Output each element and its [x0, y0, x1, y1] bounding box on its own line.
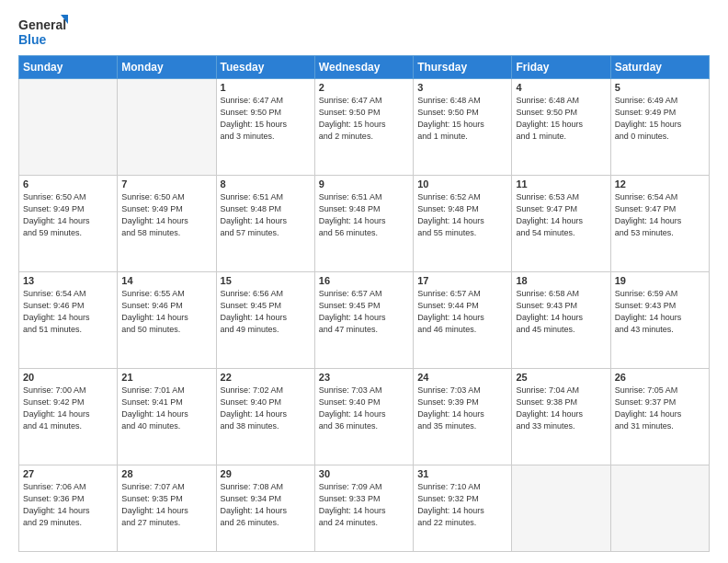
- page: GeneralBlue SundayMondayTuesdayWednesday…: [0, 0, 728, 563]
- col-header-sunday: Sunday: [19, 56, 118, 79]
- day-cell: 6Sunrise: 6:50 AM Sunset: 9:49 PM Daylig…: [19, 176, 118, 272]
- day-cell: 17Sunrise: 6:57 AM Sunset: 9:44 PM Dayli…: [414, 272, 512, 369]
- day-cell: 7Sunrise: 6:50 AM Sunset: 9:49 PM Daylig…: [118, 176, 216, 272]
- day-info: Sunrise: 6:57 AM Sunset: 9:44 PM Dayligh…: [417, 288, 507, 336]
- week-row-1: 1Sunrise: 6:47 AM Sunset: 9:50 PM Daylig…: [19, 79, 710, 176]
- day-number: 16: [319, 275, 409, 286]
- day-info: Sunrise: 6:49 AM Sunset: 9:49 PM Dayligh…: [615, 95, 705, 143]
- day-info: Sunrise: 7:10 AM Sunset: 9:32 PM Dayligh…: [417, 481, 507, 529]
- day-number: 23: [319, 372, 409, 383]
- col-header-wednesday: Wednesday: [314, 56, 413, 79]
- week-row-5: 27Sunrise: 7:06 AM Sunset: 9:36 PM Dayli…: [19, 465, 710, 552]
- day-cell: 28Sunrise: 7:07 AM Sunset: 9:35 PM Dayli…: [118, 465, 216, 552]
- day-info: Sunrise: 7:04 AM Sunset: 9:38 PM Dayligh…: [516, 385, 606, 432]
- day-number: 30: [319, 468, 409, 479]
- day-cell: 26Sunrise: 7:05 AM Sunset: 9:37 PM Dayli…: [610, 369, 709, 465]
- calendar-header-row: SundayMondayTuesdayWednesdayThursdayFrid…: [19, 56, 710, 79]
- day-cell: 29Sunrise: 7:08 AM Sunset: 9:34 PM Dayli…: [216, 465, 314, 552]
- day-cell: 5Sunrise: 6:49 AM Sunset: 9:49 PM Daylig…: [610, 79, 709, 176]
- day-number: 20: [23, 372, 113, 383]
- day-number: 28: [121, 468, 211, 479]
- day-cell: 3Sunrise: 6:48 AM Sunset: 9:50 PM Daylig…: [414, 79, 512, 176]
- day-info: Sunrise: 6:59 AM Sunset: 9:43 PM Dayligh…: [615, 288, 705, 336]
- week-row-4: 20Sunrise: 7:00 AM Sunset: 9:42 PM Dayli…: [19, 369, 710, 465]
- day-number: 1: [221, 82, 311, 93]
- svg-text:Blue: Blue: [18, 32, 47, 47]
- week-row-2: 6Sunrise: 6:50 AM Sunset: 9:49 PM Daylig…: [19, 176, 710, 272]
- day-info: Sunrise: 6:54 AM Sunset: 9:46 PM Dayligh…: [23, 288, 113, 336]
- day-number: 26: [615, 372, 705, 383]
- day-number: 29: [221, 468, 311, 479]
- day-number: 6: [23, 178, 113, 190]
- day-info: Sunrise: 7:01 AM Sunset: 9:41 PM Dayligh…: [121, 385, 211, 432]
- day-cell: 9Sunrise: 6:51 AM Sunset: 9:48 PM Daylig…: [314, 176, 413, 272]
- day-number: 11: [516, 178, 606, 190]
- day-cell: 22Sunrise: 7:02 AM Sunset: 9:40 PM Dayli…: [216, 369, 314, 465]
- day-info: Sunrise: 6:55 AM Sunset: 9:46 PM Dayligh…: [121, 288, 211, 336]
- day-number: 22: [221, 372, 311, 383]
- day-cell: 18Sunrise: 6:58 AM Sunset: 9:43 PM Dayli…: [512, 272, 610, 369]
- day-number: 12: [615, 178, 705, 190]
- day-cell: 8Sunrise: 6:51 AM Sunset: 9:48 PM Daylig…: [216, 176, 314, 272]
- day-number: 21: [121, 372, 211, 383]
- day-info: Sunrise: 6:54 AM Sunset: 9:47 PM Dayligh…: [615, 191, 705, 239]
- day-number: 15: [221, 275, 311, 286]
- day-cell: 20Sunrise: 7:00 AM Sunset: 9:42 PM Dayli…: [19, 369, 118, 465]
- day-cell: 24Sunrise: 7:03 AM Sunset: 9:39 PM Dayli…: [414, 369, 512, 465]
- day-info: Sunrise: 7:02 AM Sunset: 9:40 PM Dayligh…: [221, 385, 311, 432]
- day-number: 25: [516, 372, 606, 383]
- day-info: Sunrise: 6:47 AM Sunset: 9:50 PM Dayligh…: [319, 95, 409, 143]
- day-number: 10: [417, 178, 507, 190]
- day-cell: 31Sunrise: 7:10 AM Sunset: 9:32 PM Dayli…: [414, 465, 512, 552]
- day-number: 7: [121, 178, 211, 190]
- day-info: Sunrise: 7:03 AM Sunset: 9:39 PM Dayligh…: [417, 385, 507, 432]
- day-number: 13: [23, 275, 113, 286]
- day-number: 3: [417, 82, 507, 93]
- day-cell: 4Sunrise: 6:48 AM Sunset: 9:50 PM Daylig…: [512, 79, 610, 176]
- day-cell: 10Sunrise: 6:52 AM Sunset: 9:48 PM Dayli…: [414, 176, 512, 272]
- day-number: 19: [615, 275, 705, 286]
- day-cell: 11Sunrise: 6:53 AM Sunset: 9:47 PM Dayli…: [512, 176, 610, 272]
- day-info: Sunrise: 6:47 AM Sunset: 9:50 PM Dayligh…: [221, 95, 311, 143]
- day-info: Sunrise: 6:56 AM Sunset: 9:45 PM Dayligh…: [221, 288, 311, 336]
- day-number: 9: [319, 178, 409, 190]
- col-header-friday: Friday: [512, 56, 610, 79]
- day-number: 24: [417, 372, 507, 383]
- day-number: 17: [417, 275, 507, 286]
- logo: GeneralBlue: [18, 15, 74, 48]
- day-number: 4: [516, 82, 606, 93]
- day-cell: 23Sunrise: 7:03 AM Sunset: 9:40 PM Dayli…: [314, 369, 413, 465]
- day-cell: 25Sunrise: 7:04 AM Sunset: 9:38 PM Dayli…: [512, 369, 610, 465]
- day-cell: 14Sunrise: 6:55 AM Sunset: 9:46 PM Dayli…: [118, 272, 216, 369]
- day-cell: 13Sunrise: 6:54 AM Sunset: 9:46 PM Dayli…: [19, 272, 118, 369]
- day-info: Sunrise: 7:05 AM Sunset: 9:37 PM Dayligh…: [615, 385, 705, 432]
- day-info: Sunrise: 6:48 AM Sunset: 9:50 PM Dayligh…: [516, 95, 606, 143]
- day-cell: 1Sunrise: 6:47 AM Sunset: 9:50 PM Daylig…: [216, 79, 314, 176]
- day-cell: [19, 79, 118, 176]
- col-header-saturday: Saturday: [610, 56, 709, 79]
- day-cell: 30Sunrise: 7:09 AM Sunset: 9:33 PM Dayli…: [314, 465, 413, 552]
- day-info: Sunrise: 6:53 AM Sunset: 9:47 PM Dayligh…: [516, 191, 606, 239]
- day-number: 8: [221, 178, 311, 190]
- day-info: Sunrise: 7:08 AM Sunset: 9:34 PM Dayligh…: [221, 481, 311, 529]
- day-info: Sunrise: 6:50 AM Sunset: 9:49 PM Dayligh…: [23, 191, 113, 239]
- day-info: Sunrise: 7:03 AM Sunset: 9:40 PM Dayligh…: [319, 385, 409, 432]
- day-info: Sunrise: 6:51 AM Sunset: 9:48 PM Dayligh…: [319, 191, 409, 239]
- day-number: 2: [319, 82, 409, 93]
- day-info: Sunrise: 6:48 AM Sunset: 9:50 PM Dayligh…: [417, 95, 507, 143]
- logo-svg: GeneralBlue: [18, 15, 74, 48]
- day-info: Sunrise: 7:06 AM Sunset: 9:36 PM Dayligh…: [23, 481, 113, 529]
- day-cell: 16Sunrise: 6:57 AM Sunset: 9:45 PM Dayli…: [314, 272, 413, 369]
- day-info: Sunrise: 6:50 AM Sunset: 9:49 PM Dayligh…: [121, 191, 211, 239]
- day-info: Sunrise: 6:57 AM Sunset: 9:45 PM Dayligh…: [319, 288, 409, 336]
- calendar-table: SundayMondayTuesdayWednesdayThursdayFrid…: [18, 55, 710, 552]
- week-row-3: 13Sunrise: 6:54 AM Sunset: 9:46 PM Dayli…: [19, 272, 710, 369]
- day-number: 31: [417, 468, 507, 479]
- day-cell: 2Sunrise: 6:47 AM Sunset: 9:50 PM Daylig…: [314, 79, 413, 176]
- day-number: 18: [516, 275, 606, 286]
- day-info: Sunrise: 6:58 AM Sunset: 9:43 PM Dayligh…: [516, 288, 606, 336]
- day-number: 27: [23, 468, 113, 479]
- day-cell: 15Sunrise: 6:56 AM Sunset: 9:45 PM Dayli…: [216, 272, 314, 369]
- svg-text:General: General: [18, 17, 66, 32]
- col-header-monday: Monday: [118, 56, 216, 79]
